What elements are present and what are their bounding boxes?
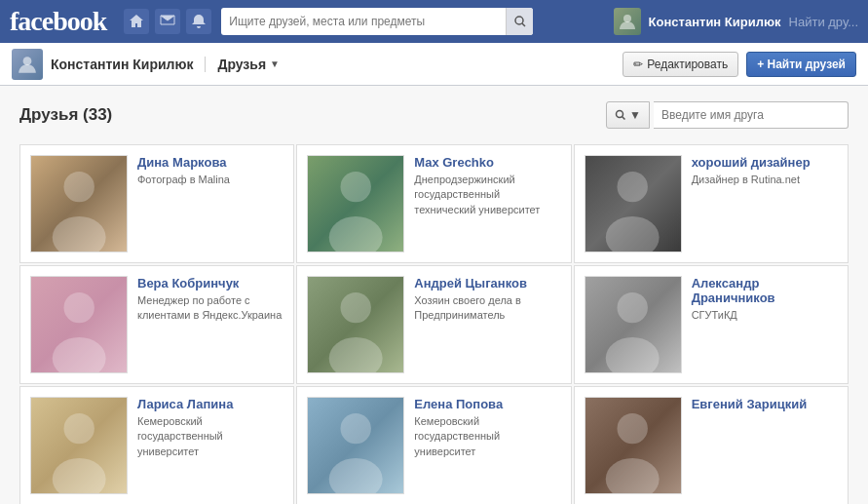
svg-point-16 <box>618 292 648 323</box>
nav-right: Константин Кирилюк Найти дру... <box>614 8 858 35</box>
nav-find-friends[interactable]: Найти дру... <box>789 15 858 29</box>
svg-line-5 <box>623 117 625 120</box>
svg-point-22 <box>618 413 648 444</box>
svg-point-13 <box>53 337 106 372</box>
friends-tab-label: Друзья <box>217 57 266 72</box>
friend-detail: Хозяин своего дела в Предприниматель <box>414 293 560 324</box>
svg-point-14 <box>341 292 371 323</box>
friend-info: Дина Маркова Фотограф в Malina <box>137 155 283 187</box>
search-filter-button[interactable]: ▼ <box>606 101 650 129</box>
friends-grid: Дина Маркова Фотограф в Malina Max Grech… <box>19 144 849 504</box>
svg-point-7 <box>53 216 106 252</box>
svg-point-2 <box>623 15 631 22</box>
svg-point-4 <box>617 111 623 118</box>
friend-photo <box>30 397 128 494</box>
friend-info: Max Grechko Днепродзержинский государств… <box>414 155 560 217</box>
edit-label: Редактировать <box>647 58 728 71</box>
search-bar <box>221 8 533 35</box>
friend-detail: СГУТиКД <box>692 308 838 323</box>
svg-point-17 <box>606 337 660 372</box>
svg-point-9 <box>329 216 383 252</box>
svg-point-3 <box>23 57 32 65</box>
friend-card[interactable]: Max Grechko Днепродзержинский государств… <box>296 144 571 263</box>
home-icon[interactable] <box>124 9 149 34</box>
friend-photo <box>307 397 404 494</box>
friends-tab[interactable]: Друзья ▼ <box>206 57 280 72</box>
nav-icons <box>124 9 211 34</box>
friend-card[interactable]: Лариса Лапина Кемеровский государственны… <box>19 386 294 504</box>
friend-card[interactable]: Дина Маркова Фотограф в Malina <box>19 144 294 263</box>
filter-arrow: ▼ <box>629 108 641 122</box>
svg-point-8 <box>341 172 371 202</box>
friend-name[interactable]: Андрей Цыганков <box>414 276 560 291</box>
friend-detail: Фотограф в Malina <box>137 173 283 187</box>
svg-point-19 <box>53 458 106 493</box>
add-friend-label: + Найти друзей <box>757 58 846 71</box>
friend-card[interactable]: Елена Попова Кемеровский государственный… <box>296 386 571 504</box>
friends-search: ▼ <box>606 101 849 129</box>
sub-nav: Константин Кирилюк Друзья ▼ ✏ Редактиров… <box>0 43 868 86</box>
friend-name[interactable]: Лариса Лапина <box>137 397 283 411</box>
svg-point-12 <box>63 292 94 323</box>
friend-info: Александр Драничников СГУТиКД <box>692 276 838 323</box>
nav-avatar[interactable] <box>614 8 641 35</box>
edit-icon: ✏ <box>633 58 643 71</box>
search-button[interactable] <box>506 8 533 35</box>
friend-name[interactable]: Александр Драничников <box>692 276 838 305</box>
friend-info: Елена Попова Кемеровский государственный… <box>414 397 560 459</box>
friend-name[interactable]: Вера Кобринчук <box>137 276 283 291</box>
friend-card[interactable]: Вера Кобринчук Менеджер по работе с клие… <box>19 265 294 384</box>
friend-photo <box>585 397 682 494</box>
sub-username[interactable]: Константин Кирилюк <box>51 57 206 72</box>
svg-point-6 <box>63 172 94 202</box>
friend-photo <box>307 155 404 252</box>
friend-info: Вера Кобринчук Менеджер по работе с клие… <box>137 276 283 324</box>
friend-name[interactable]: Max Grechko <box>414 155 560 170</box>
svg-point-11 <box>606 216 660 252</box>
friend-name[interactable]: Дина Маркова <box>137 155 283 170</box>
add-friend-button[interactable]: + Найти друзей <box>746 52 856 77</box>
friend-detail: Дизайнер в Rutina.net <box>692 173 838 187</box>
facebook-logo: facebook <box>10 6 106 37</box>
friend-name[interactable]: Евгений Зарицкий <box>692 397 838 411</box>
friends-header: Друзья (33) ▼ <box>19 101 849 129</box>
main-content: Друзья (33) ▼ Дина Маркова Фотограф в Ma… <box>0 86 868 504</box>
friends-tab-arrow: ▼ <box>270 58 280 69</box>
friend-photo <box>30 155 128 252</box>
nav-username[interactable]: Константин Кирилюк <box>649 15 781 29</box>
friend-info: Евгений Зарицкий <box>692 397 838 414</box>
friend-card[interactable]: хороший дизайнер Дизайнер в Rutina.net <box>574 144 849 263</box>
svg-point-21 <box>329 458 383 493</box>
friend-card[interactable]: Евгений Зарицкий <box>574 386 849 504</box>
svg-point-18 <box>63 413 94 444</box>
friends-search-input[interactable] <box>654 101 849 129</box>
friend-info: хороший дизайнер Дизайнер в Rutina.net <box>692 155 838 187</box>
messages-icon[interactable] <box>155 9 180 34</box>
friend-card[interactable]: Андрей Цыганков Хозяин своего дела в Пре… <box>296 265 571 384</box>
friend-photo <box>30 276 128 373</box>
edit-button[interactable]: ✏ Редактировать <box>623 52 738 77</box>
svg-point-10 <box>618 172 648 202</box>
friend-info: Лариса Лапина Кемеровский государственны… <box>137 397 283 459</box>
sub-nav-actions: ✏ Редактировать + Найти друзей <box>623 52 856 77</box>
svg-point-0 <box>515 17 523 24</box>
sub-avatar[interactable] <box>12 49 43 80</box>
search-input[interactable] <box>221 15 506 28</box>
friend-detail: Кемеровский государственный университет <box>137 414 283 459</box>
friend-detail: Менеджер по работе с клиентами в Яндекс.… <box>137 293 283 324</box>
svg-point-15 <box>329 337 383 372</box>
friend-card[interactable]: Александр Драничников СГУТиКД <box>574 265 849 384</box>
friend-photo <box>585 276 682 373</box>
svg-line-1 <box>522 23 525 26</box>
friend-detail: Днепродзержинский государственный технич… <box>414 173 560 217</box>
top-nav: facebook Константин Кирилюк Найти дру... <box>0 0 868 43</box>
friend-detail: Кемеровский государственный университет <box>414 414 560 459</box>
friend-name[interactable]: Елена Попова <box>414 397 560 411</box>
friend-photo <box>307 276 404 373</box>
friends-title: Друзья (33) <box>19 105 112 125</box>
friend-info: Андрей Цыганков Хозяин своего дела в Пре… <box>414 276 560 324</box>
svg-point-20 <box>341 413 371 444</box>
friend-name[interactable]: хороший дизайнер <box>692 155 838 170</box>
notifications-icon[interactable] <box>186 9 211 34</box>
friend-photo <box>585 155 682 252</box>
